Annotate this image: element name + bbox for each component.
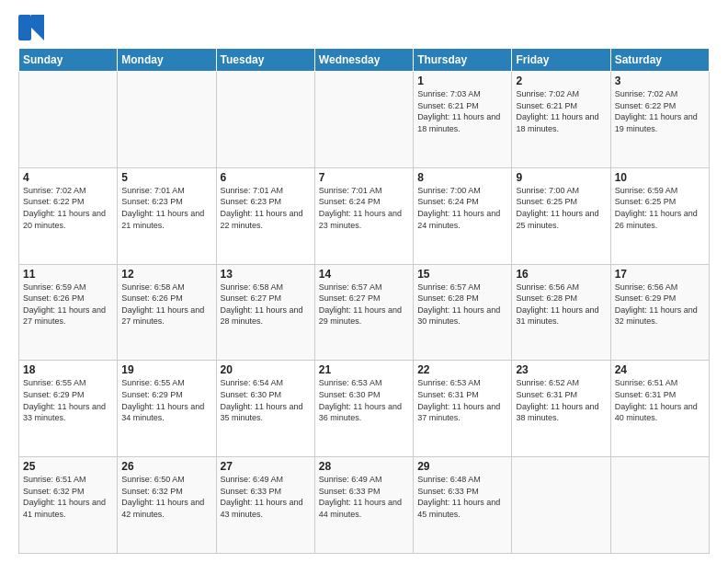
day-cell: 25Sunrise: 6:51 AMSunset: 6:32 PMDayligh… <box>19 457 118 554</box>
day-info: Sunrise: 6:53 AMSunset: 6:30 PMDaylight:… <box>319 377 409 423</box>
day-info: Sunrise: 6:56 AMSunset: 6:29 PMDaylight:… <box>615 282 705 327</box>
week-row-4: 18Sunrise: 6:55 AMSunset: 6:29 PMDayligh… <box>19 361 710 457</box>
day-cell: 19Sunrise: 6:55 AMSunset: 6:29 PMDayligh… <box>118 361 216 457</box>
day-info: Sunrise: 6:57 AMSunset: 6:28 PMDaylight:… <box>417 282 507 327</box>
day-info: Sunrise: 6:52 AMSunset: 6:31 PMDaylight:… <box>516 377 606 423</box>
day-info: Sunrise: 7:02 AMSunset: 6:22 PMDaylight:… <box>23 185 113 231</box>
day-info: Sunrise: 7:01 AMSunset: 6:23 PMDaylight:… <box>221 185 311 231</box>
svg-rect-1 <box>31 15 44 28</box>
day-cell: 5Sunrise: 7:01 AMSunset: 6:23 PMDaylight… <box>118 167 216 264</box>
day-info: Sunrise: 6:50 AMSunset: 6:32 PMDaylight:… <box>121 474 211 520</box>
day-number: 14 <box>319 268 409 281</box>
day-cell: 6Sunrise: 7:01 AMSunset: 6:23 PMDaylight… <box>216 167 314 264</box>
day-number: 25 <box>23 460 113 473</box>
day-cell: 20Sunrise: 6:54 AMSunset: 6:30 PMDayligh… <box>216 361 314 457</box>
day-number: 10 <box>615 171 705 184</box>
calendar-table: SundayMondayTuesdayWednesdayThursdayFrid… <box>18 48 710 554</box>
day-cell: 16Sunrise: 6:56 AMSunset: 6:28 PMDayligh… <box>512 264 610 361</box>
week-row-3: 11Sunrise: 6:59 AMSunset: 6:26 PMDayligh… <box>19 264 710 361</box>
day-info: Sunrise: 7:03 AMSunset: 6:21 PMDaylight:… <box>417 88 507 134</box>
day-info: Sunrise: 6:51 AMSunset: 6:32 PMDaylight:… <box>23 474 113 520</box>
day-cell: 18Sunrise: 6:55 AMSunset: 6:29 PMDayligh… <box>19 361 118 457</box>
day-header-wednesday: Wednesday <box>314 49 413 72</box>
day-number: 11 <box>23 268 113 281</box>
calendar-page: SundayMondayTuesdayWednesdayThursdayFrid… <box>0 0 728 563</box>
day-cell: 17Sunrise: 6:56 AMSunset: 6:29 PMDayligh… <box>610 264 709 361</box>
day-cell: 4Sunrise: 7:02 AMSunset: 6:22 PMDaylight… <box>19 167 118 264</box>
day-info: Sunrise: 6:51 AMSunset: 6:31 PMDaylight:… <box>615 377 705 423</box>
day-info: Sunrise: 6:59 AMSunset: 6:26 PMDaylight:… <box>23 282 113 327</box>
day-cell: 3Sunrise: 7:02 AMSunset: 6:22 PMDaylight… <box>610 72 709 168</box>
day-info: Sunrise: 6:55 AMSunset: 6:29 PMDaylight:… <box>121 377 211 423</box>
day-cell: 11Sunrise: 6:59 AMSunset: 6:26 PMDayligh… <box>19 264 118 361</box>
day-info: Sunrise: 6:49 AMSunset: 6:33 PMDaylight:… <box>221 474 311 520</box>
day-cell: 24Sunrise: 6:51 AMSunset: 6:31 PMDayligh… <box>610 361 709 457</box>
day-cell: 2Sunrise: 7:02 AMSunset: 6:21 PMDaylight… <box>512 72 610 168</box>
logo <box>18 15 48 40</box>
day-cell: 8Sunrise: 7:00 AMSunset: 6:24 PMDaylight… <box>414 167 512 264</box>
day-info: Sunrise: 6:56 AMSunset: 6:28 PMDaylight:… <box>516 282 606 327</box>
day-info: Sunrise: 7:02 AMSunset: 6:22 PMDaylight:… <box>615 88 705 134</box>
day-number: 8 <box>417 171 507 184</box>
week-row-2: 4Sunrise: 7:02 AMSunset: 6:22 PMDaylight… <box>19 167 710 264</box>
day-number: 21 <box>319 363 409 376</box>
day-number: 16 <box>516 268 606 281</box>
day-info: Sunrise: 6:58 AMSunset: 6:26 PMDaylight:… <box>121 282 211 327</box>
day-number: 5 <box>121 171 211 184</box>
day-cell: 14Sunrise: 6:57 AMSunset: 6:27 PMDayligh… <box>314 264 413 361</box>
day-cell: 13Sunrise: 6:58 AMSunset: 6:27 PMDayligh… <box>216 264 314 361</box>
day-number: 19 <box>121 363 211 376</box>
day-cell: 21Sunrise: 6:53 AMSunset: 6:30 PMDayligh… <box>314 361 413 457</box>
day-cell: 23Sunrise: 6:52 AMSunset: 6:31 PMDayligh… <box>512 361 610 457</box>
day-info: Sunrise: 6:57 AMSunset: 6:27 PMDaylight:… <box>319 282 409 327</box>
day-header-friday: Friday <box>512 49 610 72</box>
day-cell <box>610 457 709 554</box>
day-number: 2 <box>516 75 606 87</box>
day-info: Sunrise: 7:00 AMSunset: 6:24 PMDaylight:… <box>417 185 507 231</box>
day-cell <box>512 457 610 554</box>
svg-marker-2 <box>31 28 44 40</box>
day-info: Sunrise: 6:58 AMSunset: 6:27 PMDaylight:… <box>221 282 311 327</box>
day-info: Sunrise: 6:53 AMSunset: 6:31 PMDaylight:… <box>417 377 507 423</box>
day-number: 9 <box>516 171 606 184</box>
day-header-monday: Monday <box>118 49 216 72</box>
day-info: Sunrise: 7:01 AMSunset: 6:24 PMDaylight:… <box>319 185 409 231</box>
day-number: 23 <box>516 363 606 376</box>
day-cell: 27Sunrise: 6:49 AMSunset: 6:33 PMDayligh… <box>216 457 314 554</box>
day-cell <box>314 72 413 168</box>
day-number: 29 <box>417 460 507 473</box>
day-cell: 28Sunrise: 6:49 AMSunset: 6:33 PMDayligh… <box>314 457 413 554</box>
day-header-saturday: Saturday <box>610 49 709 72</box>
day-number: 6 <box>221 171 311 184</box>
day-cell <box>216 72 314 168</box>
day-header-sunday: Sunday <box>19 49 118 72</box>
day-number: 24 <box>615 363 705 376</box>
day-info: Sunrise: 6:49 AMSunset: 6:33 PMDaylight:… <box>319 474 409 520</box>
day-header-thursday: Thursday <box>414 49 512 72</box>
header <box>18 15 710 40</box>
day-number: 27 <box>221 460 311 473</box>
week-row-5: 25Sunrise: 6:51 AMSunset: 6:32 PMDayligh… <box>19 457 710 554</box>
day-info: Sunrise: 6:48 AMSunset: 6:33 PMDaylight:… <box>417 474 507 520</box>
day-info: Sunrise: 6:55 AMSunset: 6:29 PMDaylight:… <box>23 377 113 423</box>
day-cell: 7Sunrise: 7:01 AMSunset: 6:24 PMDaylight… <box>314 167 413 264</box>
day-number: 15 <box>417 268 507 281</box>
day-cell: 10Sunrise: 6:59 AMSunset: 6:25 PMDayligh… <box>610 167 709 264</box>
day-number: 3 <box>615 75 705 87</box>
day-number: 28 <box>319 460 409 473</box>
day-number: 7 <box>319 171 409 184</box>
day-cell <box>19 72 118 168</box>
day-number: 17 <box>615 268 705 281</box>
day-cell: 9Sunrise: 7:00 AMSunset: 6:25 PMDaylight… <box>512 167 610 264</box>
day-number: 4 <box>23 171 113 184</box>
day-info: Sunrise: 6:59 AMSunset: 6:25 PMDaylight:… <box>615 185 705 231</box>
day-number: 26 <box>121 460 211 473</box>
day-info: Sunrise: 6:54 AMSunset: 6:30 PMDaylight:… <box>221 377 311 423</box>
day-number: 12 <box>121 268 211 281</box>
header-row: SundayMondayTuesdayWednesdayThursdayFrid… <box>19 49 710 72</box>
day-number: 20 <box>221 363 311 376</box>
day-cell: 26Sunrise: 6:50 AMSunset: 6:32 PMDayligh… <box>118 457 216 554</box>
day-cell: 12Sunrise: 6:58 AMSunset: 6:26 PMDayligh… <box>118 264 216 361</box>
week-row-1: 1Sunrise: 7:03 AMSunset: 6:21 PMDaylight… <box>19 72 710 168</box>
day-number: 22 <box>417 363 507 376</box>
